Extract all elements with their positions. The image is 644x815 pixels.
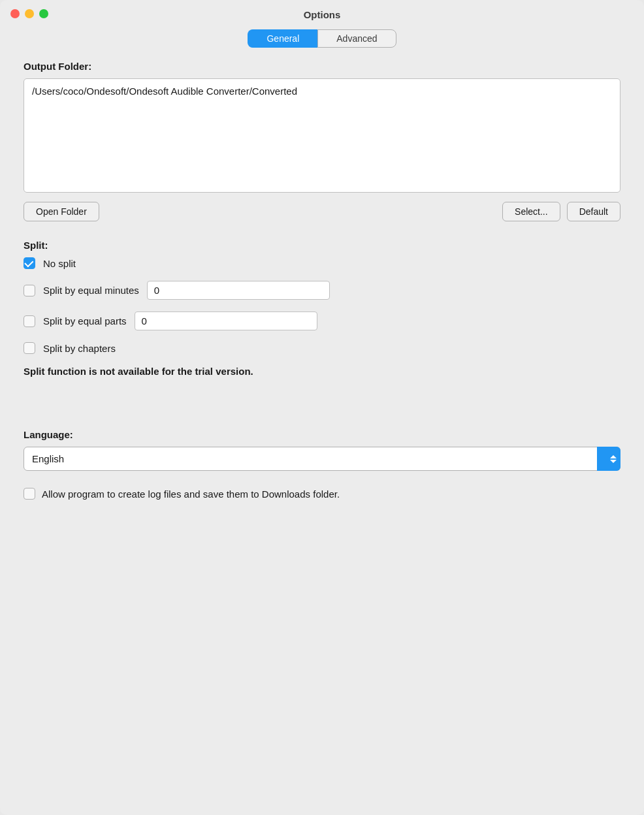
split-parts-input[interactable] <box>135 312 317 330</box>
minimize-button[interactable] <box>25 9 34 18</box>
right-buttons: Select... Default <box>502 202 620 221</box>
split-label: Split: <box>24 240 620 251</box>
title-bar: Options <box>0 0 644 20</box>
split-minutes-label: Split by equal minutes <box>43 285 139 296</box>
split-parts-label: Split by equal parts <box>43 315 127 327</box>
open-folder-button[interactable]: Open Folder <box>24 202 99 221</box>
log-files-checkbox[interactable] <box>24 488 35 500</box>
split-chapters-label: Split by chapters <box>43 343 116 354</box>
split-section: Split: No split Split by equal minutes S… <box>24 240 620 377</box>
language-select-wrapper: English Chinese French German Spanish Ja… <box>24 447 620 471</box>
maximize-button[interactable] <box>39 9 48 18</box>
window-controls <box>10 9 48 18</box>
tab-general[interactable]: General <box>248 29 317 48</box>
output-folder-label: Output Folder: <box>24 61 620 72</box>
split-parts-checkbox[interactable] <box>24 315 35 327</box>
tab-bar: General Advanced <box>0 29 644 48</box>
output-folder-path: /Users/coco/Ondesoft/Ondesoft Audible Co… <box>32 86 297 97</box>
no-split-checkbox[interactable] <box>24 257 35 269</box>
log-files-label: Allow program to create log files and sa… <box>42 488 340 500</box>
no-split-label: No split <box>43 258 76 269</box>
no-split-row: No split <box>24 257 620 269</box>
main-content: Output Folder: /Users/coco/Ondesoft/Onde… <box>0 54 644 815</box>
split-minutes-row: Split by equal minutes <box>24 281 620 300</box>
button-row: Open Folder Select... Default <box>24 202 620 221</box>
log-files-section: Allow program to create log files and sa… <box>24 488 620 500</box>
window-title: Options <box>304 9 341 20</box>
tab-advanced[interactable]: Advanced <box>317 29 396 48</box>
default-button[interactable]: Default <box>567 202 620 221</box>
options-window: Options General Advanced Output Folder: … <box>0 0 644 815</box>
language-section: Language: English Chinese French German … <box>24 429 620 471</box>
close-button[interactable] <box>10 9 20 18</box>
split-minutes-input[interactable] <box>147 281 330 300</box>
split-parts-row: Split by equal parts <box>24 312 620 330</box>
language-select[interactable]: English Chinese French German Spanish Ja… <box>24 447 620 471</box>
split-chapters-row: Split by chapters <box>24 342 620 354</box>
select-button[interactable]: Select... <box>502 202 560 221</box>
trial-notice: Split function is not available for the … <box>24 366 620 377</box>
split-chapters-checkbox[interactable] <box>24 342 35 354</box>
output-folder-display: /Users/coco/Ondesoft/Ondesoft Audible Co… <box>24 78 620 193</box>
split-minutes-checkbox[interactable] <box>24 285 35 296</box>
language-label: Language: <box>24 429 620 440</box>
